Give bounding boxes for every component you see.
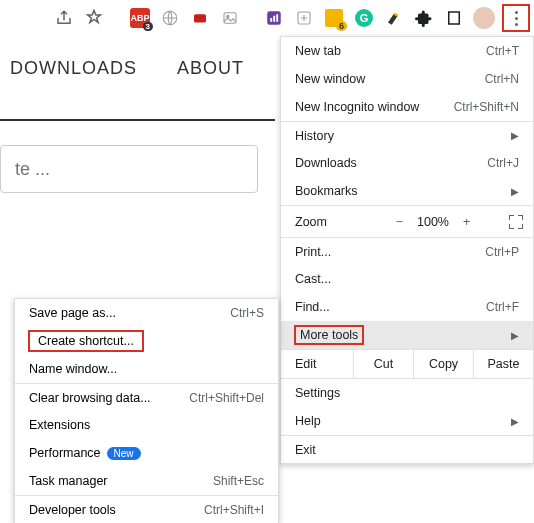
menu-new-tab[interactable]: New tabCtrl+T — [281, 37, 533, 65]
browser-toolbar: ABP3 6 G — [0, 0, 534, 36]
adblock-icon[interactable]: ABP3 — [128, 6, 152, 30]
menu-exit[interactable]: Exit — [281, 435, 533, 463]
share-icon[interactable] — [52, 6, 76, 30]
chevron-right-icon: ▶ — [511, 186, 519, 197]
menu-find[interactable]: Find...Ctrl+F — [281, 293, 533, 321]
globe-icon[interactable] — [158, 6, 182, 30]
fullscreen-icon — [509, 215, 523, 229]
notes-icon[interactable]: 6 — [322, 6, 346, 30]
submenu-dev-tools[interactable]: Developer toolsCtrl+Shift+I — [15, 495, 278, 523]
svg-rect-2 — [224, 13, 236, 24]
kebab-menu-button[interactable] — [502, 4, 530, 32]
more-tools-submenu: Save page as...Ctrl+S Create shortcut...… — [14, 298, 279, 523]
menu-incognito[interactable]: New Incognito windowCtrl+Shift+N — [281, 93, 533, 121]
menu-more-tools[interactable]: More tools▶ — [281, 321, 533, 349]
cut-button[interactable]: Cut — [353, 350, 413, 378]
svg-rect-6 — [273, 16, 275, 22]
zoom-label: Zoom — [281, 215, 367, 229]
menu-help[interactable]: Help▶ — [281, 407, 533, 435]
submenu-extensions[interactable]: Extensions — [15, 411, 278, 439]
submenu-task-manager[interactable]: Task managerShift+Esc — [15, 467, 278, 495]
submenu-clear-data[interactable]: Clear browsing data...Ctrl+Shift+Del — [15, 383, 278, 411]
submenu-name-window[interactable]: Name window... — [15, 355, 278, 383]
submenu-save-page[interactable]: Save page as...Ctrl+S — [15, 299, 278, 327]
chevron-right-icon: ▶ — [511, 416, 519, 427]
menu-cast[interactable]: Cast... — [281, 265, 533, 293]
menu-bookmarks[interactable]: Bookmarks▶ — [281, 177, 533, 205]
menu-history[interactable]: History▶ — [281, 121, 533, 149]
menu-edit-row: Edit Cut Copy Paste — [281, 349, 533, 379]
zoom-out-button[interactable]: − — [396, 215, 403, 229]
svg-rect-7 — [276, 14, 278, 22]
paste-button[interactable]: Paste — [473, 350, 533, 378]
search-input[interactable] — [0, 145, 258, 193]
extensions-puzzle-icon[interactable] — [412, 6, 436, 30]
submenu-create-shortcut[interactable]: Create shortcut... — [15, 327, 278, 355]
add-extension-icon[interactable] — [292, 6, 316, 30]
svg-rect-1 — [194, 14, 206, 22]
new-badge: New — [107, 447, 141, 460]
svg-rect-5 — [270, 18, 272, 22]
highlighter-icon[interactable] — [382, 6, 406, 30]
nav-downloads[interactable]: DOWNLOADS — [10, 58, 137, 79]
menu-downloads[interactable]: DownloadsCtrl+J — [281, 149, 533, 177]
submenu-performance[interactable]: PerformanceNew — [15, 439, 278, 467]
profile-avatar[interactable] — [472, 6, 496, 30]
chevron-right-icon: ▶ — [511, 330, 519, 341]
picture-icon[interactable] — [218, 6, 242, 30]
menu-settings[interactable]: Settings — [281, 379, 533, 407]
nav-about[interactable]: ABOUT — [177, 58, 244, 79]
wallet-icon[interactable] — [188, 6, 212, 30]
menu-zoom-row: Zoom − 100% + — [281, 205, 533, 237]
edit-label: Edit — [281, 350, 353, 378]
menu-print[interactable]: Print...Ctrl+P — [281, 237, 533, 265]
zoom-value: 100% — [417, 215, 449, 229]
chrome-main-menu: New tabCtrl+T New windowCtrl+N New Incog… — [280, 36, 534, 464]
fullscreen-button[interactable] — [499, 215, 533, 229]
svg-rect-9 — [449, 12, 460, 24]
menu-new-window[interactable]: New windowCtrl+N — [281, 65, 533, 93]
reading-list-icon[interactable] — [442, 6, 466, 30]
chevron-right-icon: ▶ — [511, 130, 519, 141]
grammarly-icon[interactable]: G — [352, 6, 376, 30]
divider — [0, 119, 275, 121]
copy-button[interactable]: Copy — [413, 350, 473, 378]
analytics-icon[interactable] — [262, 6, 286, 30]
bookmark-star-icon[interactable] — [82, 6, 106, 30]
zoom-in-button[interactable]: + — [463, 215, 470, 229]
